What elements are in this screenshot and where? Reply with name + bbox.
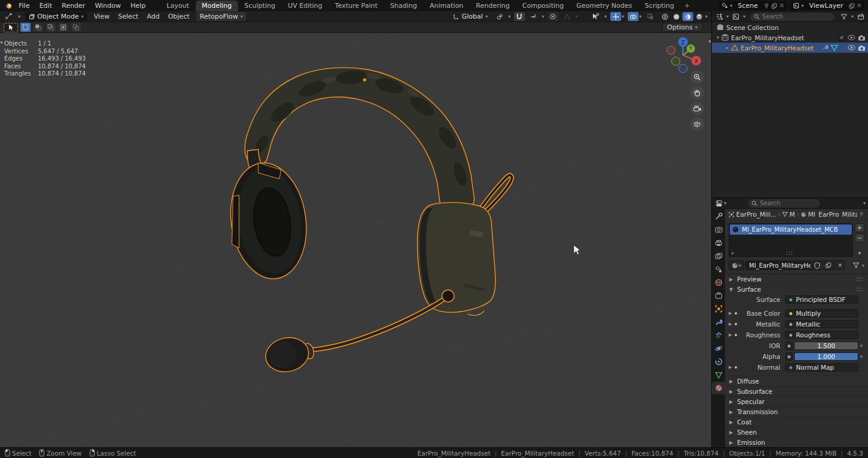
tab-particles[interactable] bbox=[712, 329, 725, 342]
xray-toggle[interactable] bbox=[645, 12, 656, 21]
active-tool-select-box[interactable] bbox=[4, 23, 18, 32]
menu-add[interactable]: Add bbox=[145, 13, 161, 20]
tab-texture-paint[interactable]: Texture Paint bbox=[329, 1, 384, 11]
tab-object-data[interactable] bbox=[712, 369, 725, 381]
panel-drag-grip[interactable] bbox=[857, 288, 864, 291]
properties-search[interactable] bbox=[748, 199, 820, 208]
retopoflow-menu[interactable]: RetopoFlow ▾ bbox=[196, 12, 247, 21]
pin-icon[interactable] bbox=[763, 3, 769, 9]
new-view-layer-icon[interactable] bbox=[849, 3, 855, 9]
expand-icon[interactable]: ▶ bbox=[729, 311, 735, 316]
animate-decorator[interactable] bbox=[860, 355, 863, 358]
camera-view-button[interactable] bbox=[690, 101, 704, 115]
roughness-input[interactable]: Roughness bbox=[785, 331, 858, 339]
show-object-types-dropdown[interactable] bbox=[591, 12, 601, 22]
select-mode-subtract[interactable] bbox=[46, 23, 56, 32]
select-mode-set[interactable] bbox=[20, 23, 31, 32]
outliner-row-collection[interactable]: ▾ EarPro_MilitaryHeadset ✓ bbox=[712, 32, 868, 43]
tab-modeling[interactable]: Modeling bbox=[196, 1, 238, 11]
tab-sculpting[interactable]: Sculpting bbox=[238, 1, 281, 11]
tab-output[interactable] bbox=[712, 237, 725, 249]
search-input[interactable] bbox=[760, 200, 816, 206]
menu-file[interactable]: File bbox=[14, 1, 34, 10]
editor-type-selector[interactable] bbox=[714, 12, 724, 22]
slot-specials-dropdown[interactable]: ▾ bbox=[855, 249, 864, 258]
base-color-input[interactable]: Multiply bbox=[785, 309, 858, 318]
tab-rendering[interactable]: Rendering bbox=[470, 1, 515, 11]
metallic-input[interactable]: Metallic bbox=[785, 320, 858, 328]
panel-preview[interactable]: ▶ Preview bbox=[725, 274, 868, 284]
menu-help[interactable]: Help bbox=[126, 1, 150, 10]
add-material-slot-button[interactable]: + bbox=[855, 223, 864, 232]
material-name-field[interactable]: MI_EarPro_MilitaryHeadset_MCB bbox=[745, 261, 811, 270]
filter-icon[interactable] bbox=[851, 261, 861, 270]
normal-input[interactable]: Normal Map bbox=[785, 363, 858, 372]
editor-type-selector[interactable] bbox=[714, 199, 724, 208]
new-scene-icon[interactable] bbox=[771, 3, 777, 9]
gizmos-toggle[interactable] bbox=[610, 12, 621, 21]
select-mode-intersect[interactable] bbox=[71, 23, 81, 32]
tab-scene[interactable] bbox=[712, 263, 725, 276]
filter-icon[interactable] bbox=[839, 12, 849, 22]
panel-sheen[interactable]: ▶Sheen bbox=[725, 427, 868, 437]
tab-object[interactable] bbox=[712, 303, 725, 315]
panel-transmission[interactable]: ▶Transmission bbox=[725, 406, 868, 417]
panel-subsurface[interactable]: ▶Subsurface bbox=[725, 386, 868, 396]
overlays-toggle[interactable] bbox=[628, 12, 639, 21]
expand-icon[interactable]: ▶ bbox=[729, 322, 735, 327]
tab-tool[interactable] bbox=[712, 210, 725, 223]
menu-render[interactable]: Render bbox=[58, 1, 90, 10]
viewport-canvas[interactable]: ▸ ◂ Objects1 / 1 Vertices5,647 / 5,647 E… bbox=[0, 33, 711, 447]
panel-coat[interactable]: ▶Coat bbox=[725, 417, 868, 427]
transform-orientation-dropdown[interactable]: Global ▾ bbox=[449, 12, 491, 21]
orthographic-toggle-button[interactable] bbox=[690, 117, 704, 131]
proportional-editing-toggle[interactable] bbox=[548, 12, 559, 21]
unlink-material-button[interactable]: ✕ bbox=[835, 261, 845, 270]
panel-drag-grip[interactable] bbox=[857, 277, 864, 281]
tab-shading[interactable]: Shading bbox=[384, 1, 423, 11]
tab-animation[interactable]: Animation bbox=[423, 1, 469, 11]
proportional-falloff-dropdown[interactable] bbox=[562, 12, 572, 22]
zoom-button[interactable] bbox=[690, 70, 704, 84]
list-resize-grip[interactable] bbox=[786, 252, 794, 255]
tab-world[interactable] bbox=[712, 276, 725, 289]
expand-arrow-icon[interactable]: ▸ bbox=[732, 250, 734, 256]
shading-rendered-button[interactable] bbox=[694, 12, 705, 21]
tab-modifiers[interactable] bbox=[712, 316, 725, 328]
shading-wireframe-button[interactable] bbox=[660, 12, 670, 21]
new-material-copy-icon[interactable] bbox=[824, 261, 834, 270]
hide-eye-icon[interactable] bbox=[848, 45, 855, 50]
outliner-row-scene-collection[interactable]: Scene Collection bbox=[712, 22, 868, 32]
select-mode-invert[interactable] bbox=[58, 23, 68, 32]
sidebar-expand-arrow[interactable]: ◂ bbox=[708, 38, 711, 44]
editor-type-selector[interactable] bbox=[4, 12, 13, 22]
tab-collection[interactable] bbox=[712, 289, 725, 302]
shader-selector[interactable]: Principled BSDF bbox=[785, 295, 858, 304]
tab-render[interactable] bbox=[712, 223, 725, 236]
ior-slider[interactable]: 1.500 bbox=[794, 342, 858, 350]
mode-dropdown[interactable]: Object Mode ▾ bbox=[25, 12, 87, 21]
material-slot-item[interactable]: MI_EarPro_MilitaryHeadset_MCB bbox=[730, 224, 852, 235]
hide-eye-icon[interactable] bbox=[848, 35, 855, 40]
tab-compositing[interactable]: Compositing bbox=[517, 1, 570, 11]
menu-edit[interactable]: Edit bbox=[35, 1, 56, 10]
chevron-right-icon[interactable]: ▸ bbox=[726, 45, 729, 50]
expand-icon[interactable]: ▶ bbox=[729, 333, 735, 337]
browse-material-dropdown[interactable]: ▾ bbox=[729, 261, 744, 270]
remove-material-slot-button[interactable]: − bbox=[855, 234, 864, 243]
navigation-gizmo[interactable]: Z X Y bbox=[661, 35, 705, 74]
connect-socket-button[interactable] bbox=[785, 352, 793, 361]
view-layer-selector[interactable]: ▾ ViewLayer ✕ bbox=[791, 1, 864, 10]
snap-magnet-toggle[interactable] bbox=[514, 12, 525, 21]
pin-icon[interactable] bbox=[859, 211, 864, 217]
snap-settings-dropdown[interactable] bbox=[529, 12, 538, 22]
tab-constraints[interactable] bbox=[712, 355, 725, 368]
pivot-point-dropdown[interactable] bbox=[495, 12, 505, 22]
panel-specular[interactable]: ▶Specular bbox=[725, 396, 868, 406]
panel-emission[interactable]: ▶Emission bbox=[725, 437, 868, 447]
search-input[interactable] bbox=[762, 13, 831, 20]
fake-user-shield-icon[interactable] bbox=[812, 261, 822, 270]
scene-selector[interactable]: ▾ Scene ✕ bbox=[719, 1, 787, 10]
material-slot-list[interactable]: MI_EarPro_MilitaryHeadset_MCB ▸ bbox=[729, 223, 853, 257]
outliner-search[interactable] bbox=[750, 13, 834, 21]
